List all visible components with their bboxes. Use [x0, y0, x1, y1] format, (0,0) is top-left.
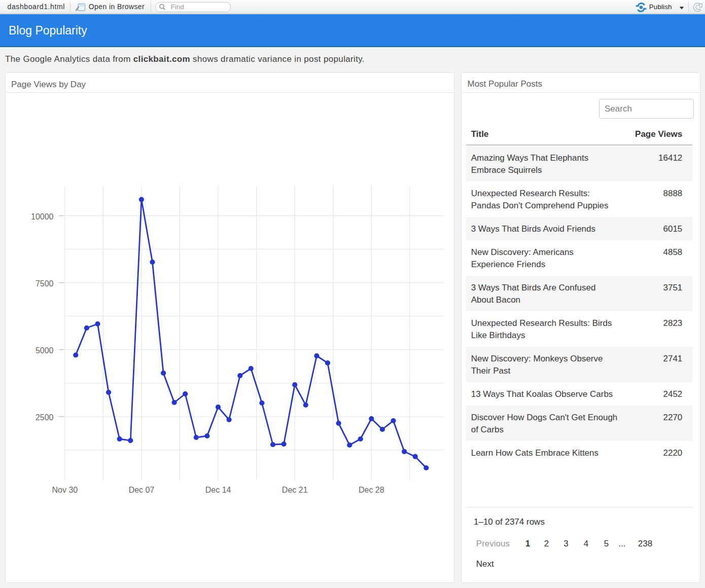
- svg-text:5000: 5000: [36, 346, 54, 355]
- svg-text:Dec 28: Dec 28: [359, 486, 384, 494]
- svg-text:Dec 07: Dec 07: [129, 486, 155, 494]
- svg-text:Dec 21: Dec 21: [282, 486, 308, 494]
- svg-text:2500: 2500: [36, 413, 54, 422]
- svg-text:10000: 10000: [31, 212, 54, 221]
- svg-text:7500: 7500: [36, 279, 54, 288]
- svg-text:Nov 30: Nov 30: [52, 486, 78, 494]
- svg-text:Dec 14: Dec 14: [205, 486, 231, 494]
